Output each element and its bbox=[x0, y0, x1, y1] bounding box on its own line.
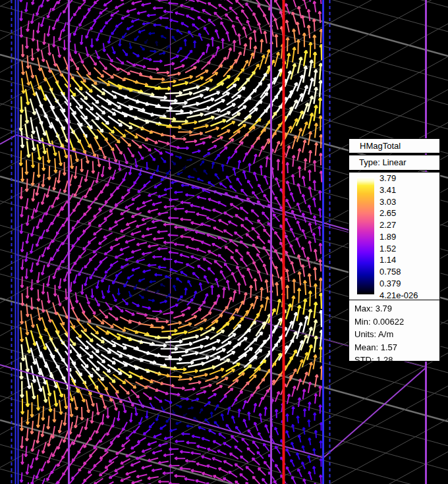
legend-scale-value: 1.89 bbox=[379, 231, 396, 242]
legend-type-box[interactable]: Type: Linear bbox=[349, 155, 440, 171]
legend-title-box[interactable]: HMagTotal bbox=[349, 138, 440, 153]
legend-scale-value: 0.758 bbox=[379, 266, 401, 277]
legend-stat-line: Max: 3.79 bbox=[354, 302, 392, 315]
legend-scale-value: 1.52 bbox=[379, 243, 396, 254]
legend-stat-line: Mean: 1.57 bbox=[354, 341, 397, 354]
field-plot-window: HMagTotal Type: Linear 3.793.413.032.652… bbox=[0, 0, 448, 484]
legend-scale-value: 2.65 bbox=[379, 207, 396, 219]
legend-scale-value: 3.79 bbox=[379, 173, 396, 184]
legend-stat-line: Min: 0.00622 bbox=[354, 315, 404, 328]
legend-scale-value: 1.14 bbox=[379, 254, 396, 265]
legend-stat-line: Units: A/m bbox=[354, 328, 393, 340]
legend-colorbar bbox=[357, 177, 374, 294]
legend-scale-value: 3.41 bbox=[379, 184, 396, 196]
legend-scale-value: 0.379 bbox=[379, 278, 401, 289]
legend-scale-type: Type: Linear bbox=[359, 157, 406, 167]
legend-divider bbox=[349, 300, 439, 300]
legend-scale-value: 2.27 bbox=[379, 219, 396, 230]
legend-scale-box[interactable]: 3.793.413.032.652.271.891.521.140.7580.3… bbox=[349, 172, 440, 362]
legend-scale-value: 3.03 bbox=[379, 196, 396, 207]
legend-title: HMagTotal bbox=[360, 141, 401, 151]
legend-scale-value: 4.21e-026 bbox=[379, 290, 418, 301]
legend-stat-line: STD: 1.28 bbox=[354, 354, 393, 366]
